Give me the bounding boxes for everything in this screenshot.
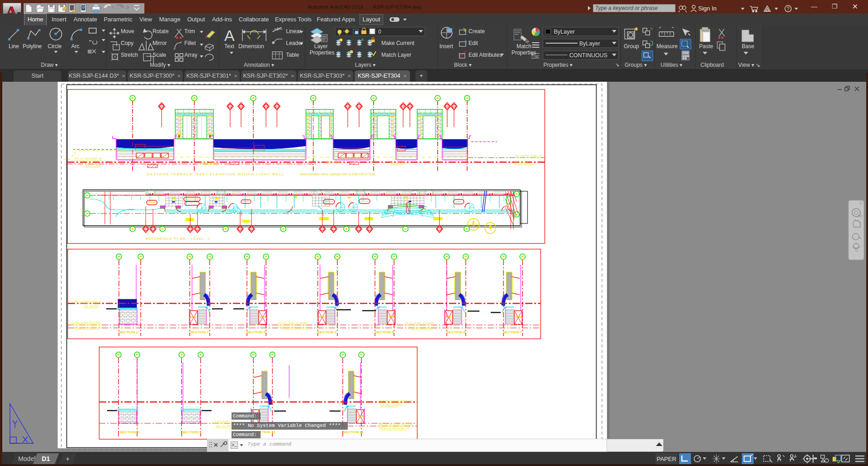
svg-text:EASTERN TERRACE: EAST ELEVATIO: EASTERN TERRACE: EAST ELEVATION WITHIN L… [147, 172, 285, 176]
svg-text:FFL +27.300 LEVEL -03: FFL +27.300 LEVEL -03 [75, 157, 102, 160]
svg-text:+23.750 LEVEL -02 RAMP: +23.750 LEVEL -02 RAMP [277, 322, 307, 325]
svg-text:SECTION 5: SECTION 5 [375, 330, 395, 334]
svg-text:SSL +27.20m: SSL +27.20m [514, 162, 530, 164]
svg-text:SSL +23.395 LEVEL -02: SSL +23.395 LEVEL -02 [74, 326, 101, 329]
svg-text:SECTION 8: SECTION 8 [120, 430, 139, 434]
svg-text:SSL +27.05m: SSL +27.05m [85, 164, 101, 167]
svg-text:+17.200 LEVEL -05: +17.200 LEVEL -05 [212, 420, 234, 423]
svg-text:SECTION 7: SECTION 7 [503, 330, 523, 334]
svg-text:Sign In: Sign In [698, 5, 716, 12]
svg-text:DBL +27.450m: DBL +27.450m [390, 162, 407, 164]
svg-text:SSL +23.395 LEVEL -02: SSL +23.395 LEVEL -02 [281, 326, 309, 329]
svg-text:SECTION 9: SECTION 9 [182, 430, 202, 434]
svg-text:SECTION 1: SECTION 1 [119, 330, 138, 334]
svg-text:?: ? [787, 6, 789, 11]
svg-text:FFL +24.500 LEVEL -01: FFL +24.500 LEVEL -01 [75, 300, 102, 303]
svg-text:SECTION 2: SECTION 2 [190, 330, 209, 334]
svg-text:MF +18.750 LEVEL +00 FFRR: MF +18.750 LEVEL +00 FFRR [379, 423, 413, 426]
svg-text:SECTION 11: SECTION 11 [343, 430, 364, 434]
svg-text:+23.750 LEVEL -02 RAMP: +23.750 LEVEL -02 RAMP [404, 322, 434, 325]
svg-text:2D: 2D [858, 214, 862, 218]
svg-text:FFL +23.460 LEVEL -02: FFL +23.460 LEVEL -02 [409, 327, 436, 329]
svg-text:ByLayer: ByLayer [554, 29, 575, 35]
svg-text:(West Elevation within Lightwe: (West Elevation within Lightwell refer t… [300, 173, 375, 176]
svg-text:RR SL +17.045 LEVEL -01: RR SL +17.045 LEVEL -01 [380, 427, 409, 430]
svg-text:REFERENCE PLAN - LEVEL -1: REFERENCE PLAN - LEVEL -1 [145, 237, 211, 241]
svg-text:FFL +28.780 LEVEL -03: FFL +28.780 LEVEL -03 [515, 154, 542, 157]
svg-text:DBL +27.450m: DBL +27.450m [202, 161, 219, 164]
svg-text:0: 0 [378, 29, 381, 35]
svg-text:ByLayer: ByLayer [579, 40, 600, 47]
svg-text:SECTION 6: SECTION 6 [446, 330, 466, 334]
svg-text:+23.750 LEVEL -02 RAMP: +23.750 LEVEL -02 RAMP [70, 322, 100, 324]
svg-text:SSL +24.25m: SSL +24.25m [84, 305, 99, 307]
svg-text:SSL +27.05m: SSL +27.05m [326, 161, 341, 164]
svg-text:TOP FFL +20.060 LEVEL +00: TOP FFL +20.060 LEVEL +00 [379, 400, 412, 402]
svg-text:FFL SSL +19.590m: FFL SSL +19.590m [380, 404, 402, 407]
svg-text:A: A [224, 27, 235, 44]
svg-text:CONTINUOUS: CONTINUOUS [569, 52, 607, 59]
svg-text:SECTION 3: SECTION 3 [247, 330, 266, 334]
svg-text:SECTION 4: SECTION 4 [317, 330, 337, 334]
